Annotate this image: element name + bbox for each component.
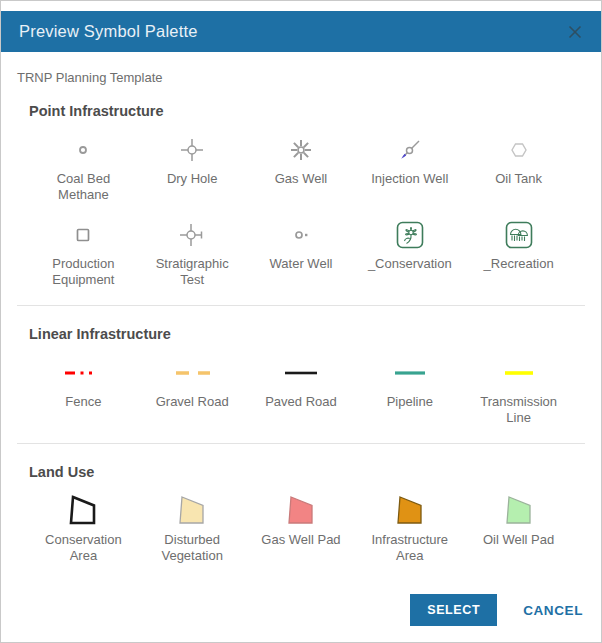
symbol-label: Gas Well [275, 171, 328, 204]
symbol-label: _Recreation [484, 256, 554, 289]
template-name: TRNP Planning Template [17, 70, 585, 85]
symbol-label: Dry Hole [167, 171, 218, 204]
recreation-icon [501, 217, 537, 253]
stratigraphic-test-icon [174, 217, 210, 253]
symbol-swatch [501, 129, 537, 171]
symbol-item: Coal Bed Methane [29, 129, 138, 204]
symbol-section: Point Infrastructure Coal Bed Methane Dr… [17, 87, 585, 295]
symbol-item: _Recreation [464, 214, 573, 289]
water-well-icon [283, 217, 319, 253]
section-title: Point Infrastructure [29, 103, 573, 119]
symbol-label: Conservation Area [38, 532, 128, 565]
symbol-swatch [170, 352, 214, 394]
symbol-item: _Conservation [355, 214, 464, 289]
paved-road-line-icon [279, 355, 323, 391]
symbol-swatch [391, 490, 429, 532]
gas-well-pad-polygon-icon [282, 492, 320, 530]
close-icon[interactable] [567, 24, 583, 40]
symbol-label: _Conservation [368, 256, 452, 289]
production-equipment-icon [65, 217, 101, 253]
section-title: Land Use [29, 464, 573, 480]
coal-bed-methane-icon [65, 132, 101, 168]
symbol-swatch [283, 214, 319, 256]
dialog-body: TRNP Planning Template Point Infrastruct… [1, 52, 601, 586]
symbol-label: Injection Well [371, 171, 448, 204]
symbol-swatch [497, 352, 541, 394]
symbol-label: Paved Road [265, 394, 337, 427]
symbol-swatch [500, 490, 538, 532]
symbol-swatch [65, 214, 101, 256]
symbol-grid: Conservation Area Disturbed Vegetation G… [29, 490, 573, 565]
preview-symbol-palette-dialog: Preview Symbol Palette TRNP Planning Tem… [0, 0, 602, 643]
symbol-swatch [282, 490, 320, 532]
symbol-swatch [61, 352, 105, 394]
symbol-item: Oil Tank [464, 129, 573, 204]
symbol-label: Infrastructure Area [365, 532, 455, 565]
symbol-item: Fence [29, 352, 138, 427]
symbol-label: Disturbed Vegetation [147, 532, 237, 565]
symbol-swatch [392, 214, 428, 256]
symbol-item: Conservation Area [29, 490, 138, 565]
symbol-item: Oil Well Pad [464, 490, 573, 565]
infrastructure-area-polygon-icon [391, 492, 429, 530]
symbol-item: Transmission Line [464, 352, 573, 427]
conservation-icon [392, 217, 428, 253]
symbol-item: Dry Hole [138, 129, 247, 204]
dialog-header: Preview Symbol Palette [1, 11, 601, 52]
symbol-swatch [279, 352, 323, 394]
symbol-sections: Point Infrastructure Coal Bed Methane Dr… [17, 87, 585, 571]
symbol-section: Land Use Conservation Area Disturbed Veg… [17, 443, 585, 571]
injection-well-icon [392, 132, 428, 168]
symbol-label: Production Equipment [38, 256, 128, 289]
symbol-swatch [388, 352, 432, 394]
symbol-item: Gravel Road [138, 352, 247, 427]
symbol-item: Water Well [247, 214, 356, 289]
symbol-grid: Coal Bed Methane Dry Hole Gas Well Injec… [29, 129, 573, 289]
symbol-swatch [501, 214, 537, 256]
symbol-label: Pipeline [387, 394, 433, 427]
symbol-item: Gas Well [247, 129, 356, 204]
gas-well-icon [283, 132, 319, 168]
cancel-button[interactable]: CANCEL [523, 603, 583, 618]
oil-tank-icon [501, 132, 537, 168]
symbol-swatch [64, 490, 102, 532]
symbol-label: Oil Tank [495, 171, 542, 204]
symbol-item: Infrastructure Area [355, 490, 464, 565]
disturbed-vegetation-polygon-icon [173, 492, 211, 530]
symbol-swatch [392, 129, 428, 171]
symbol-item: Injection Well [355, 129, 464, 204]
symbol-section: Linear Infrastructure Fence Gravel Road … [17, 305, 585, 433]
symbol-item: Paved Road [247, 352, 356, 427]
gravel-road-line-icon [170, 355, 214, 391]
transmission-line-icon [497, 355, 541, 391]
symbol-label: Transmission Line [474, 394, 564, 427]
pipeline-line-icon [388, 355, 432, 391]
symbol-label: Stratigraphic Test [147, 256, 237, 289]
symbol-item: Pipeline [355, 352, 464, 427]
symbol-label: Oil Well Pad [483, 532, 554, 565]
symbol-swatch [65, 129, 101, 171]
symbol-item: Stratigraphic Test [138, 214, 247, 289]
symbol-swatch [174, 214, 210, 256]
symbol-grid: Fence Gravel Road Paved Road Pipeline Tr… [29, 352, 573, 427]
symbol-label: Gas Well Pad [261, 532, 340, 565]
symbol-item: Disturbed Vegetation [138, 490, 247, 565]
dry-hole-icon [174, 132, 210, 168]
symbol-item: Production Equipment [29, 214, 138, 289]
select-button[interactable]: SELECT [410, 594, 497, 626]
symbol-swatch [174, 129, 210, 171]
symbol-label: Fence [65, 394, 101, 427]
dialog-footer: SELECT CANCEL [1, 586, 601, 642]
symbol-swatch [173, 490, 211, 532]
symbol-label: Water Well [270, 256, 333, 289]
symbol-item: Gas Well Pad [247, 490, 356, 565]
oil-well-pad-polygon-icon [500, 492, 538, 530]
conservation-area-polygon-icon [64, 492, 102, 530]
symbol-label: Coal Bed Methane [38, 171, 128, 204]
symbol-label: Gravel Road [156, 394, 229, 427]
dialog-title: Preview Symbol Palette [19, 22, 198, 41]
fence-line-icon [61, 355, 105, 391]
section-title: Linear Infrastructure [29, 326, 573, 342]
symbol-swatch [283, 129, 319, 171]
